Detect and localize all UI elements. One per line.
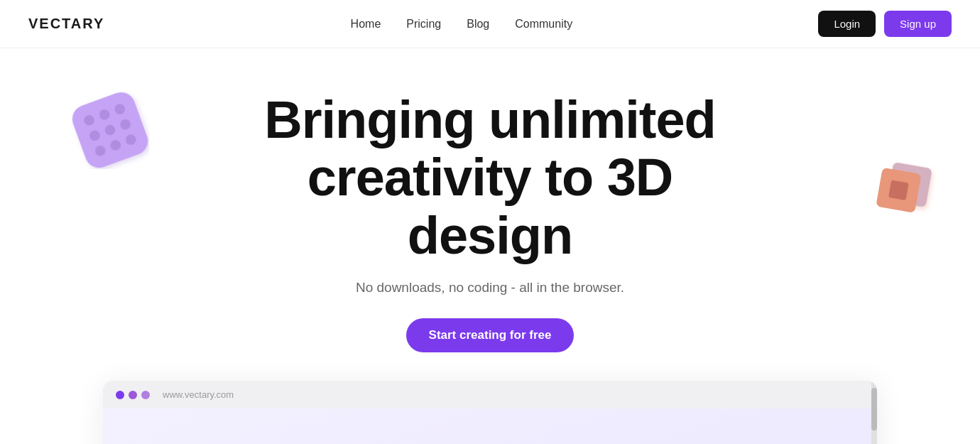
scrollbar-thumb[interactable]: [871, 388, 877, 431]
deco-grid-right-icon: [873, 162, 937, 226]
browser-dot-3: [141, 391, 150, 399]
logo: VECTARY: [28, 16, 104, 32]
scrollbar[interactable]: [871, 381, 877, 444]
browser-url: www.vectary.com: [163, 389, 234, 400]
nav-blog[interactable]: Blog: [467, 18, 489, 30]
cta-button[interactable]: Start creating for free: [406, 318, 575, 352]
blob-sphere-icon: [373, 423, 529, 444]
deco-grid-left-icon: [71, 91, 149, 169]
signup-button[interactable]: Sign up: [884, 11, 952, 37]
login-button[interactable]: Login: [818, 11, 876, 37]
browser-mockup: www.vectary.com: [103, 381, 877, 444]
browser-dot-1: [116, 391, 124, 399]
browser-dots: [116, 391, 150, 399]
nav-actions: Login Sign up: [818, 11, 952, 37]
navbar: VECTARY Home Pricing Blog Community Logi…: [0, 0, 980, 48]
nav-community[interactable]: Community: [515, 18, 572, 30]
hero-section: Bringing unlimited creativity to 3D desi…: [0, 48, 980, 444]
hero-subtitle: No downloads, no coding - all in the bro…: [0, 280, 980, 296]
browser-dot-2: [129, 391, 137, 399]
hero-title: Bringing unlimited creativity to 3D desi…: [224, 91, 756, 264]
nav-home[interactable]: Home: [351, 18, 381, 30]
svg-rect-13: [888, 180, 909, 200]
nav-pricing[interactable]: Pricing: [406, 18, 441, 30]
browser-bar: www.vectary.com: [103, 381, 877, 408]
browser-content: [103, 408, 877, 444]
nav-links: Home Pricing Blog Community: [351, 18, 573, 31]
